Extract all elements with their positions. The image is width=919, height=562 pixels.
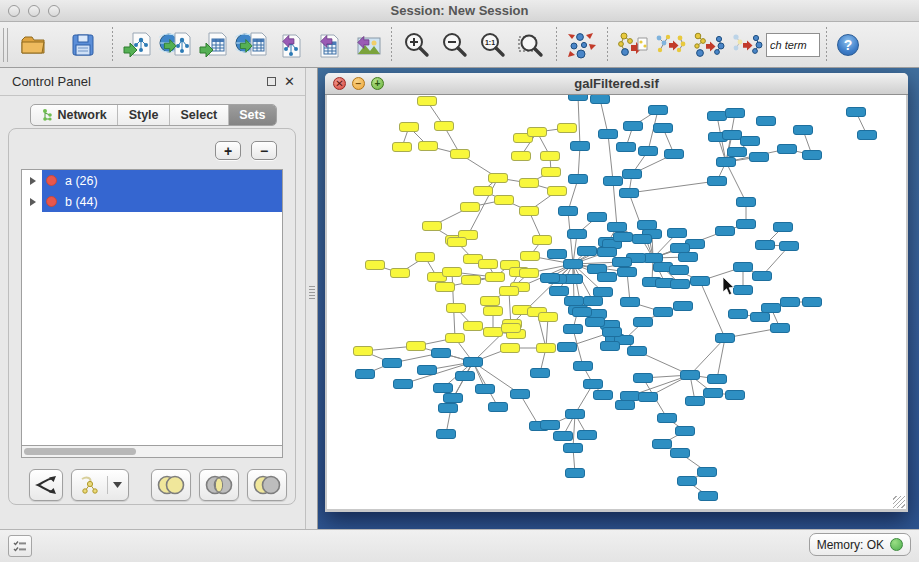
graph-node-blue[interactable]: [559, 207, 578, 216]
graph-node-blue[interactable]: [658, 414, 677, 423]
graph-node-blue[interactable]: [639, 147, 658, 156]
intersect-sets-button[interactable]: [199, 469, 239, 501]
graph-node-blue[interactable]: [670, 266, 689, 275]
graph-node-blue[interactable]: [644, 254, 663, 263]
graph-node-yellow[interactable]: [479, 260, 498, 269]
graph-node-blue[interactable]: [634, 318, 653, 327]
export-table-button[interactable]: [309, 25, 347, 65]
graph-node-blue[interactable]: [554, 432, 573, 441]
graph-node-blue[interactable]: [531, 369, 550, 378]
graph-node-yellow[interactable]: [400, 123, 419, 132]
zoom-actual-size-button[interactable]: 1:1: [474, 25, 512, 65]
graph-node-yellow[interactable]: [447, 304, 466, 313]
graph-node-yellow[interactable]: [464, 322, 483, 331]
graph-node-blue[interactable]: [604, 177, 623, 186]
create-set-menu-button[interactable]: [71, 469, 129, 501]
graph-node-blue[interactable]: [603, 328, 622, 337]
graph-node-blue[interactable]: [781, 298, 800, 307]
tab-select[interactable]: Select: [170, 105, 229, 125]
graph-node-yellow[interactable]: [542, 168, 561, 177]
graph-node-blue[interactable]: [476, 385, 495, 394]
graph-node-blue[interactable]: [434, 384, 453, 393]
graph-node-blue[interactable]: [621, 392, 640, 401]
zoom-in-button[interactable]: [398, 25, 436, 65]
graph-node-blue[interactable]: [649, 106, 668, 115]
graph-node-blue[interactable]: [511, 390, 530, 399]
graph-node-blue[interactable]: [753, 272, 772, 281]
graph-node-blue[interactable]: [858, 131, 877, 140]
graph-node-blue[interactable]: [681, 371, 700, 380]
graph-node-blue[interactable]: [564, 325, 583, 334]
graph-node-yellow[interactable]: [435, 122, 454, 131]
graph-node-yellow[interactable]: [461, 203, 480, 212]
toolbar-grip[interactable]: [3, 28, 8, 62]
export-network-button[interactable]: [271, 25, 309, 65]
graph-node-blue[interactable]: [558, 343, 577, 352]
network-ops-1-button[interactable]: [614, 25, 652, 65]
graph-node-blue[interactable]: [489, 403, 508, 412]
graph-node-blue[interactable]: [726, 109, 745, 118]
graph-node-blue[interactable]: [794, 126, 813, 135]
graph-node-blue[interactable]: [621, 298, 640, 307]
panel-splitter[interactable]: [305, 68, 318, 529]
graph-node-blue[interactable]: [708, 375, 727, 384]
graph-node-blue[interactable]: [548, 250, 567, 259]
set-row-a[interactable]: a (26): [22, 170, 282, 191]
graph-node-blue[interactable]: [573, 308, 592, 317]
graph-node-blue[interactable]: [618, 268, 637, 277]
tab-sets[interactable]: Sets: [229, 105, 276, 125]
network-window-titlebar[interactable]: ✕ − + galFiltered.sif: [325, 73, 908, 95]
graph-node-blue[interactable]: [444, 394, 463, 403]
graph-node-blue[interactable]: [578, 247, 597, 256]
apply-layout-button[interactable]: [563, 25, 601, 65]
zoom-out-button[interactable]: [436, 25, 474, 65]
graph-node-blue[interactable]: [550, 287, 569, 296]
graph-node-blue[interactable]: [594, 288, 613, 297]
graph-node-yellow[interactable]: [407, 342, 426, 351]
graph-node-blue[interactable]: [564, 444, 583, 453]
save-session-button[interactable]: [64, 25, 102, 65]
graph-node-blue[interactable]: [780, 242, 799, 251]
graph-node-yellow[interactable]: [486, 273, 505, 282]
graph-node-blue[interactable]: [717, 158, 736, 167]
graph-node-blue[interactable]: [623, 170, 642, 179]
graph-node-blue[interactable]: [691, 277, 710, 286]
network-ops-4-button[interactable]: [728, 25, 766, 65]
graph-node-yellow[interactable]: [448, 238, 467, 247]
union-sets-button[interactable]: [151, 469, 191, 501]
graph-node-blue[interactable]: [654, 308, 673, 317]
horizontal-scrollbar[interactable]: [21, 446, 283, 458]
graph-node-blue[interactable]: [653, 440, 672, 449]
graph-node-blue[interactable]: [634, 374, 653, 383]
export-image-button[interactable]: [347, 25, 385, 65]
graph-node-yellow[interactable]: [366, 261, 385, 270]
float-panel-button[interactable]: [267, 77, 276, 86]
graph-node-blue[interactable]: [726, 391, 745, 400]
graph-node-yellow[interactable]: [537, 344, 556, 353]
graph-node-yellow[interactable]: [391, 269, 410, 278]
memory-status-button[interactable]: Memory: OK: [809, 533, 911, 556]
graph-node-blue[interactable]: [716, 227, 735, 236]
graph-node-yellow[interactable]: [500, 287, 519, 296]
graph-node-blue[interactable]: [674, 302, 693, 311]
graph-node-blue[interactable]: [678, 477, 697, 486]
remove-set-button[interactable]: −: [251, 141, 277, 160]
graph-node-blue[interactable]: [464, 358, 483, 367]
scrollbar-thumb[interactable]: [24, 448, 136, 455]
graph-node-blue[interactable]: [654, 124, 673, 133]
graph-node-blue[interactable]: [737, 220, 756, 229]
tab-network[interactable]: Network: [31, 105, 118, 125]
import-table-url-button[interactable]: [233, 25, 271, 65]
set-row-b[interactable]: b (44): [22, 191, 282, 212]
graph-node-yellow[interactable]: [489, 174, 508, 183]
graph-node-blue[interactable]: [708, 177, 727, 186]
graph-node-blue[interactable]: [613, 258, 632, 267]
difference-sets-button[interactable]: [247, 469, 287, 501]
graph-node-blue[interactable]: [591, 95, 610, 104]
graph-node-blue[interactable]: [751, 313, 770, 322]
graph-node-yellow[interactable]: [495, 196, 514, 205]
graph-node-blue[interactable]: [686, 397, 705, 406]
graph-node-yellow[interactable]: [520, 269, 539, 278]
network-ops-3-button[interactable]: [690, 25, 728, 65]
graph-node-blue[interactable]: [569, 175, 588, 184]
